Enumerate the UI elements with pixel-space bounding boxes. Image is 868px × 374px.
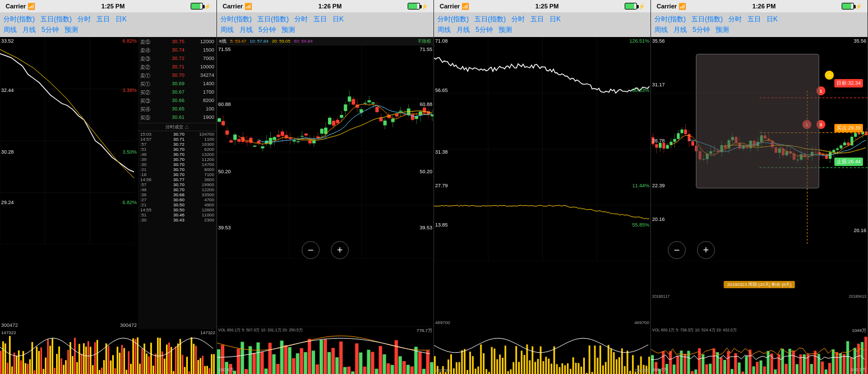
date-left-4: 20180117 bbox=[652, 294, 670, 298]
zoom-in-btn-2[interactable]: + bbox=[331, 241, 349, 259]
carrier-1: Carrier 📶 bbox=[6, 3, 35, 10]
nav-wuri-2[interactable]: 五日 bbox=[313, 15, 327, 24]
carrier-4: Carrier 📶 bbox=[657, 3, 686, 10]
nav-zhou-4[interactable]: 周线 bbox=[654, 25, 668, 35]
nav-wuri-index-3[interactable]: 五日(指数) bbox=[474, 15, 506, 24]
zoom-out-btn-2[interactable]: − bbox=[302, 241, 320, 259]
nav-fenzhi-index-4[interactable]: 分时(指数) bbox=[654, 15, 686, 24]
nav-5min-3[interactable]: 5分钟 bbox=[475, 25, 493, 35]
nav-fenzhi-index-1[interactable]: 分时(指数) bbox=[3, 15, 35, 24]
trade-list-1: 15:0330.70104700 14:5730.711100 :5730.72… bbox=[138, 132, 216, 223]
volume-area-2: VOL 600.1万 5: 507.0万 10: 331.1万 20: 250.… bbox=[217, 326, 433, 374]
nav-yue-3[interactable]: 月线 bbox=[456, 25, 470, 35]
trade-row: :3030.432300 bbox=[138, 218, 216, 223]
nav-wuri-index-4[interactable]: 五日(指数) bbox=[691, 15, 723, 24]
zoom-controls-2: − + bbox=[302, 241, 349, 259]
nav-rik-2[interactable]: 日K bbox=[333, 15, 344, 24]
trade-row: :2130.708000 bbox=[138, 167, 216, 172]
zoom-in-btn-4[interactable]: + bbox=[697, 241, 715, 259]
nav-wuri-4[interactable]: 五日 bbox=[747, 15, 761, 24]
nav-5min-2[interactable]: 5分钟 bbox=[258, 25, 276, 35]
nav-predict-3[interactable]: 预测 bbox=[498, 25, 512, 35]
ob-sell-4: 卖④ 30.74 1500 bbox=[138, 47, 216, 55]
volume-canvas-1 bbox=[0, 329, 216, 374]
trade-row: :3030.7014700 bbox=[138, 162, 216, 167]
buyin-label-4: 买点:29.39 bbox=[834, 124, 863, 132]
ob-buy-2: 买② 30.67 1700 bbox=[138, 89, 216, 97]
trade-row: :1830.707100 bbox=[138, 172, 216, 177]
nav-row2-2: 周线 月线 5分钟 预测 bbox=[220, 25, 430, 35]
panel-3: Carrier 📶 1:25 PM ⚡ 分时(指数) 五日(指数) 分时 五日 … bbox=[434, 0, 651, 374]
price-botmid-right-2: 39.53 bbox=[419, 225, 432, 230]
nav-predict-1[interactable]: 预测 bbox=[64, 25, 78, 35]
price-top-4: 35.56 bbox=[652, 38, 665, 44]
zoom-out-btn-4[interactable]: − bbox=[668, 241, 686, 259]
battery-icon-3 bbox=[625, 3, 637, 10]
nav-5min-1[interactable]: 5分钟 bbox=[41, 25, 59, 35]
trade-row: :4830.7013200 bbox=[138, 152, 216, 157]
nav-yue-2[interactable]: 月线 bbox=[239, 25, 253, 35]
trade-header-1: 分时成交 △ bbox=[138, 123, 216, 131]
marker-dots-4: ··· bbox=[825, 71, 834, 80]
nav-yue-1[interactable]: 月线 bbox=[22, 25, 36, 35]
ma-labels-2: K线 5: 53.47 10: 57.84 20: 59.05 60: 54.8… bbox=[217, 37, 433, 45]
chart-area-3: 71.08 126.51% 56.65 80.53% 31.38 27.79 1… bbox=[434, 37, 650, 374]
nav-wuri-index-1[interactable]: 五日(指数) bbox=[40, 15, 72, 24]
vol-bot-3: 230295 bbox=[435, 368, 450, 373]
carrier-2: Carrier 📶 bbox=[223, 3, 252, 10]
nav-wuri-1[interactable]: 五日 bbox=[96, 15, 110, 24]
order-book-1: 卖⑤ 30.75 12000 卖④ 30.74 1500 卖③ 30.72 70… bbox=[138, 37, 216, 329]
volume-canvas-4 bbox=[651, 326, 867, 374]
nav-fenzhi-index-3[interactable]: 分时(指数) bbox=[437, 15, 469, 24]
price-high-2: 71.55 bbox=[218, 47, 231, 52]
nav-zhou-3[interactable]: 周线 bbox=[437, 25, 451, 35]
nav-fenzhi-index-2[interactable]: 分时(指数) bbox=[220, 15, 252, 24]
volume-area-3: 230295 230295 bbox=[434, 326, 650, 374]
time-4: 1:26 PM bbox=[752, 3, 776, 10]
nav-zhou-1[interactable]: 周线 bbox=[3, 25, 17, 35]
line-chart-canvas-1 bbox=[0, 37, 135, 244]
ma-20-label: 20: 59.05 bbox=[272, 39, 290, 44]
price-3-4: 22.39 bbox=[652, 183, 665, 188]
nav-predict-4[interactable]: 预测 bbox=[715, 25, 729, 35]
panel-1: Carrier 📶 1:25 PM ⚡ 分时(指数) 五日(指数) 分时 五日 … bbox=[0, 0, 217, 374]
volume-canvas-2 bbox=[217, 326, 433, 374]
nav-fenzhi-1[interactable]: 分时 bbox=[77, 15, 91, 24]
kline-label: K线 bbox=[219, 38, 227, 44]
battery-3: ⚡ bbox=[625, 3, 645, 10]
trade-row: :5730.7216300 bbox=[138, 142, 216, 147]
nav-rik-3[interactable]: 日K bbox=[550, 15, 561, 24]
vol-bot-left-1: 147322 bbox=[1, 330, 16, 335]
panel-2: Carrier 📶 1:26 PM ⚡ 分时(指数) 五日(指数) 分时 五日 … bbox=[217, 0, 434, 374]
nav-5min-4[interactable]: 5分钟 bbox=[692, 25, 710, 35]
vol-left-3: 469700 bbox=[435, 320, 450, 325]
price-2-4: 26.78 bbox=[652, 138, 665, 144]
no-rights-label: 不除权 bbox=[418, 38, 431, 44]
vol-right-1: 300472 bbox=[120, 322, 137, 328]
battery-icon-4 bbox=[842, 3, 854, 10]
nav-wuri-3[interactable]: 五日 bbox=[530, 15, 544, 24]
nav-predict-2[interactable]: 预测 bbox=[281, 25, 295, 35]
nav-fenzhi-3[interactable]: 分时 bbox=[511, 15, 525, 24]
zoom-controls-4: − + bbox=[668, 241, 715, 259]
ob-sell-5: 卖⑤ 30.75 12000 bbox=[138, 38, 216, 47]
vol-label-2: VOL 600.1万 5: 507.0万 10: 331.1万 20: 250.… bbox=[218, 327, 303, 333]
pct-bot2-3: 11.44% bbox=[632, 183, 649, 188]
nav-zhou-2[interactable]: 周线 bbox=[220, 25, 234, 35]
nav-row1-2: 分时(指数) 五日(指数) 分时 五日 日K bbox=[220, 15, 430, 24]
nav-rik-1[interactable]: 日K bbox=[116, 15, 127, 24]
nav-wuri-index-2[interactable]: 五日(指数) bbox=[257, 15, 289, 24]
stoploss-label-4: 止损:26.44 bbox=[834, 158, 863, 166]
price-botmid-2: 39.53 bbox=[218, 225, 231, 230]
trade-row: 14:5530.5012600 bbox=[138, 207, 216, 213]
price-bot-3: 31.38 bbox=[435, 149, 448, 155]
price-low-right-2: 50.20 bbox=[419, 169, 432, 174]
nav-fenzhi-2[interactable]: 分时 bbox=[294, 15, 308, 24]
price-top-right-4: 35.56 bbox=[853, 38, 866, 44]
nav-rik-4[interactable]: 日K bbox=[767, 15, 778, 24]
nav-fenzhi-4[interactable]: 分时 bbox=[728, 15, 742, 24]
time-3: 1:25 PM bbox=[535, 3, 559, 10]
pct-top-1: 6.82% bbox=[122, 38, 137, 44]
vol-left-1: 300472 bbox=[1, 322, 18, 328]
nav-yue-4[interactable]: 月线 bbox=[673, 25, 687, 35]
